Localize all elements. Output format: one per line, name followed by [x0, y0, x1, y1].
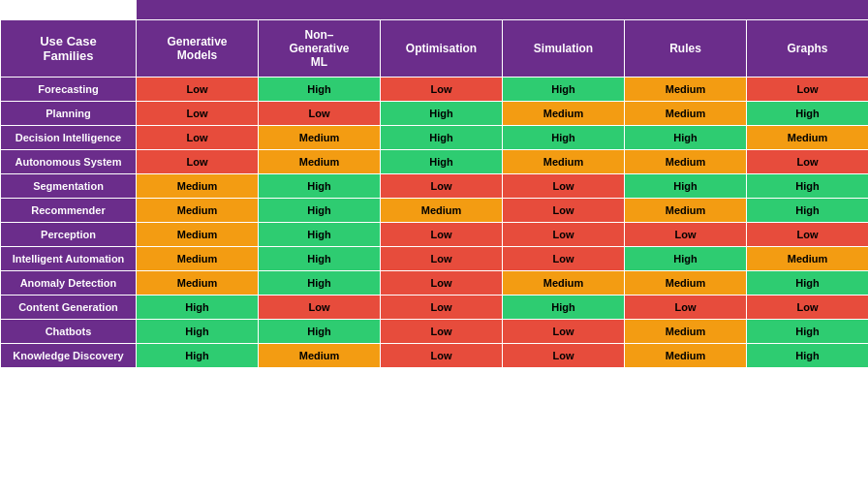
common-ai-techniques-label — [137, 0, 869, 20]
value-cell: High — [625, 126, 747, 150]
optimisation-header: Optimisation — [381, 20, 503, 78]
value-cell: Low — [137, 150, 259, 174]
value-cell: Low — [381, 344, 503, 368]
value-cell: Medium — [503, 271, 625, 296]
table-row: Anomaly DetectionMediumHighLowMediumMedi… — [1, 271, 869, 296]
use-case-cell: Chatbots — [1, 320, 137, 344]
value-cell: Low — [503, 247, 625, 271]
value-cell: Medium — [625, 271, 747, 296]
value-cell: Low — [503, 344, 625, 368]
table-body: ForecastingLowHighLowHighMediumLowPlanni… — [1, 78, 869, 368]
value-cell: High — [259, 320, 381, 344]
value-cell: Medium — [259, 126, 381, 150]
table-row: SegmentationMediumHighLowLowHighHigh — [1, 174, 869, 199]
value-cell: Low — [503, 223, 625, 247]
value-cell: High — [259, 199, 381, 223]
value-cell: Medium — [503, 102, 625, 126]
value-cell: Low — [747, 150, 869, 174]
value-cell: High — [747, 271, 869, 296]
value-cell: Low — [747, 223, 869, 247]
non-generative-ml-header: Non–GenerativeML — [259, 20, 381, 78]
table-row: Autonomous SystemLowMediumHighMediumMedi… — [1, 150, 869, 174]
use-case-cell: Intelligent Automation — [1, 247, 137, 271]
value-cell: High — [137, 296, 259, 320]
value-cell: Low — [259, 102, 381, 126]
value-cell: High — [259, 174, 381, 199]
value-cell: Low — [137, 78, 259, 102]
value-cell: High — [747, 199, 869, 223]
use-case-cell: Decision Intelligence — [1, 126, 137, 150]
value-cell: Low — [747, 78, 869, 102]
graphs-header: Graphs — [747, 20, 869, 78]
value-cell: High — [625, 174, 747, 199]
value-cell: Medium — [137, 271, 259, 296]
use-case-cell: Forecasting — [1, 78, 137, 102]
value-cell: Low — [625, 223, 747, 247]
value-cell: Low — [625, 296, 747, 320]
value-cell: Low — [381, 320, 503, 344]
value-cell: Low — [259, 296, 381, 320]
value-cell: Medium — [381, 199, 503, 223]
generative-models-header: GenerativeModels — [137, 20, 259, 78]
use-case-cell: Segmentation — [1, 174, 137, 199]
value-cell: Low — [381, 247, 503, 271]
value-cell: High — [259, 247, 381, 271]
use-case-cell: Planning — [1, 102, 137, 126]
value-cell: Medium — [747, 247, 869, 271]
header-empty-cell — [1, 0, 137, 20]
value-cell: Low — [381, 78, 503, 102]
value-cell: Low — [137, 102, 259, 126]
value-cell: High — [259, 271, 381, 296]
table-row: Intelligent AutomationMediumHighLowLowHi… — [1, 247, 869, 271]
value-cell: High — [503, 296, 625, 320]
use-case-cell: Knowledge Discovery — [1, 344, 137, 368]
use-case-cell: Recommender — [1, 199, 137, 223]
value-cell: High — [503, 78, 625, 102]
simulation-header: Simulation — [503, 20, 625, 78]
value-cell: High — [259, 78, 381, 102]
header-main-row: Use CaseFamilies GenerativeModels Non–Ge… — [1, 20, 869, 78]
value-cell: Low — [381, 223, 503, 247]
value-cell: Medium — [259, 344, 381, 368]
table-row: ForecastingLowHighLowHighMediumLow — [1, 78, 869, 102]
value-cell: High — [381, 150, 503, 174]
value-cell: Low — [747, 296, 869, 320]
use-case-cell: Autonomous System — [1, 150, 137, 174]
table-row: Knowledge DiscoveryHighMediumLowLowMediu… — [1, 344, 869, 368]
table-row: Decision IntelligenceLowMediumHighHighHi… — [1, 126, 869, 150]
value-cell: Low — [381, 296, 503, 320]
ai-techniques-table: Use CaseFamilies GenerativeModels Non–Ge… — [0, 0, 868, 368]
value-cell: High — [747, 320, 869, 344]
value-cell: Medium — [137, 174, 259, 199]
value-cell: High — [259, 223, 381, 247]
value-cell: Medium — [259, 150, 381, 174]
value-cell: Low — [381, 271, 503, 296]
value-cell: High — [137, 320, 259, 344]
value-cell: High — [747, 102, 869, 126]
table-row: RecommenderMediumHighMediumLowMediumHigh — [1, 199, 869, 223]
value-cell: Low — [137, 126, 259, 150]
value-cell: Medium — [625, 150, 747, 174]
use-case-cell: Content Generation — [1, 296, 137, 320]
value-cell: Medium — [137, 247, 259, 271]
header-top-row — [1, 0, 869, 20]
value-cell: Low — [503, 320, 625, 344]
value-cell: High — [747, 174, 869, 199]
table-row: PerceptionMediumHighLowLowLowLow — [1, 223, 869, 247]
use-case-cell: Anomaly Detection — [1, 271, 137, 296]
table-row: ChatbotsHighHighLowLowMediumHigh — [1, 320, 869, 344]
value-cell: Medium — [625, 344, 747, 368]
value-cell: Low — [381, 174, 503, 199]
value-cell: High — [137, 344, 259, 368]
value-cell: Medium — [625, 320, 747, 344]
use-case-cell: Perception — [1, 223, 137, 247]
table-row: Content GenerationHighLowLowHighLowLow — [1, 296, 869, 320]
value-cell: Medium — [625, 199, 747, 223]
value-cell: High — [503, 126, 625, 150]
value-cell: High — [381, 126, 503, 150]
value-cell: Medium — [625, 102, 747, 126]
value-cell: Medium — [137, 223, 259, 247]
value-cell: Medium — [625, 78, 747, 102]
value-cell: Medium — [747, 126, 869, 150]
value-cell: Medium — [137, 199, 259, 223]
